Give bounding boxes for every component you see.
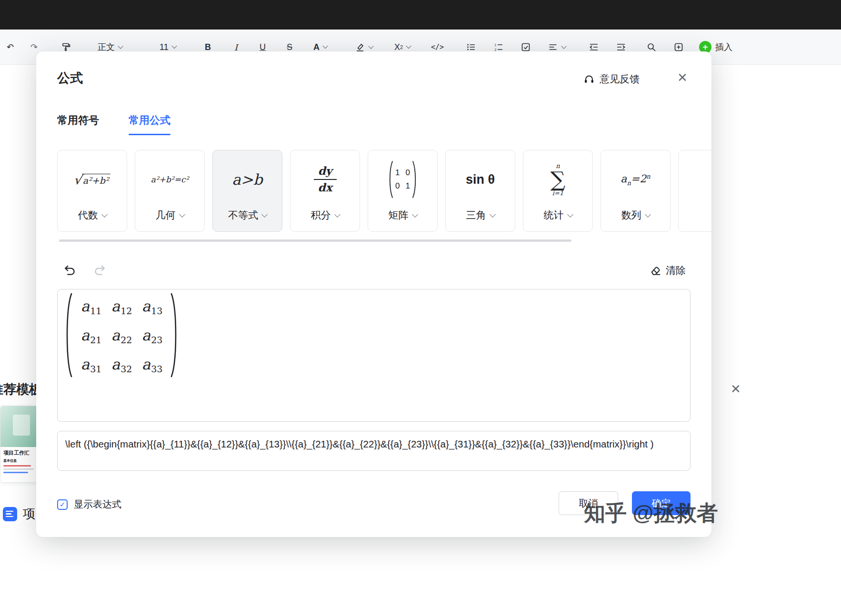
chevron-down-icon [412, 211, 418, 218]
redo-icon[interactable]: ↷ [30, 42, 38, 52]
matrix-cell: a22 [106, 321, 137, 350]
outdent-icon[interactable] [589, 42, 599, 52]
format-painter-icon[interactable] [61, 42, 71, 52]
formula-canvas[interactable]: a11 a12 a13 a21 a22 a23 a31 a32 a33 [57, 289, 691, 422]
recommended-templates-heading: 推荐模板 [0, 381, 42, 398]
indent-icon[interactable] [616, 42, 626, 52]
check-icon: ✓ [60, 500, 66, 509]
matrix-preview: a11 a12 a13 a21 a22 a23 a31 a32 a33 [62, 291, 180, 379]
matrix-cell: a31 [76, 350, 106, 379]
svg-text:2: 2 [495, 48, 497, 51]
latex-expression-input[interactable]: \left ({\begin{matrix}{{a}_{11}}&{{a}_{1… [57, 431, 691, 471]
template-text-bar [3, 472, 28, 473]
template-text-bar [3, 465, 31, 467]
matrix-cell: a13 [137, 292, 167, 321]
show-expression-label[interactable]: 显示表达式 [74, 498, 121, 511]
chevron-down-icon [101, 211, 108, 218]
template-thumbnail [0, 406, 41, 447]
show-expression-row: ✓ 显示表达式 [57, 498, 121, 511]
formula-preview: n∑i=1 [523, 150, 592, 209]
formula-preview: √a²+b² [58, 150, 127, 209]
formula-preview: dydx [290, 150, 360, 209]
formula-card-trigonometry[interactable]: sin θ 三角 [445, 150, 515, 232]
template-text-bar [3, 468, 34, 470]
formula-card-calculus[interactable]: dydx 积分 [290, 150, 360, 232]
task-list-icon[interactable] [521, 42, 531, 52]
italic-button[interactable]: I [234, 42, 238, 52]
matrix-cell: a21 [76, 321, 106, 350]
dialog-title: 公式 [57, 70, 83, 87]
formula-category-cards: √a²+b² 代数 a²+b²=c² 几何 a>b 不等式 dydx 积分 10 [57, 150, 711, 233]
bullet-list-icon[interactable] [466, 42, 476, 52]
search-icon[interactable] [646, 42, 657, 52]
chevron-down-icon [645, 211, 651, 218]
left-paren-icon [62, 291, 74, 379]
watermark: 知乎 @拯救者 [584, 499, 718, 527]
chevron-down-icon [261, 211, 268, 218]
chevron-down-icon [171, 43, 177, 49]
left-paren-icon [387, 159, 394, 199]
chevron-down-icon [368, 43, 373, 49]
formula-preview: an=2n [601, 150, 670, 209]
formula-preview: sin θ [446, 150, 515, 209]
cards-scrollbar[interactable] [59, 239, 571, 242]
eraser-icon [650, 265, 661, 277]
close-icon[interactable]: ✕ [675, 70, 690, 86]
svg-text:1: 1 [495, 43, 497, 46]
formula-preview: a²+b²=c² [135, 150, 204, 209]
right-paren-icon [169, 291, 180, 379]
templates-close-icon[interactable]: ✕ [731, 382, 741, 397]
matrix-cell: a23 [137, 321, 167, 350]
underline-button[interactable]: U [260, 42, 266, 52]
template-section-label: 基本信息 [3, 458, 39, 463]
template-card[interactable]: 项目工作汇 基本信息 [0, 406, 42, 483]
document-icon [3, 507, 17, 521]
alignment-dropdown[interactable] [548, 42, 566, 52]
inline-code-button[interactable]: </> [431, 43, 444, 51]
matrix-cell: a32 [106, 350, 137, 379]
chevron-down-icon [561, 43, 566, 49]
matrix-cell: a11 [76, 292, 106, 321]
matrix-cell: a12 [106, 292, 137, 321]
clear-button[interactable]: 清除 [650, 264, 686, 277]
chevron-down-icon [322, 43, 328, 49]
window-titlebar [0, 0, 841, 30]
paragraph-style-dropdown[interactable]: 正文 [98, 41, 122, 53]
highlight-dropdown[interactable] [355, 42, 373, 52]
formula-dialog: 公式 意见反馈 ✕ 常用符号 常用公式 √a²+b² 代数 a²+b²=c² 几… [36, 51, 711, 537]
dialog-tabs: 常用符号 常用公式 [57, 113, 170, 135]
feedback-button[interactable]: 意见反馈 [583, 72, 640, 86]
formula-card-partial[interactable] [678, 150, 711, 232]
matrix-cell: a33 [137, 350, 167, 379]
chevron-down-icon [334, 211, 340, 218]
formula-preview: a>b [213, 150, 282, 209]
right-paren-icon [411, 159, 418, 199]
formula-card-geometry[interactable]: a²+b²=c² 几何 [135, 150, 205, 232]
editor-redo-button[interactable] [90, 262, 109, 281]
show-expression-checkbox[interactable]: ✓ [57, 499, 68, 510]
formula-card-statistics[interactable]: n∑i=1 统计 [523, 150, 593, 232]
strikethrough-button[interactable]: S [287, 42, 292, 52]
chevron-down-icon [567, 211, 573, 218]
formula-card-sequence[interactable]: an=2n 数列 [601, 150, 671, 232]
chevron-down-icon [490, 211, 496, 218]
tab-common-symbols[interactable]: 常用符号 [57, 113, 99, 135]
headset-icon [583, 73, 595, 85]
chevron-down-icon [118, 43, 123, 49]
template-title: 项目工作汇 [3, 449, 39, 457]
add-block-icon[interactable] [673, 42, 684, 52]
font-color-dropdown[interactable]: A [313, 42, 327, 52]
undo-icon[interactable]: ↶ [7, 42, 14, 52]
font-size-dropdown[interactable]: 11 [160, 42, 176, 52]
formula-card-matrix[interactable]: 10 01 矩阵 [368, 150, 438, 232]
tab-common-formulas[interactable]: 常用公式 [129, 113, 170, 135]
formula-preview: 10 01 [368, 150, 437, 209]
formula-card-algebra[interactable]: √a²+b² 代数 [57, 150, 127, 232]
editor-undo-button[interactable] [61, 262, 79, 281]
chevron-down-icon [406, 43, 411, 49]
chevron-down-icon [179, 211, 185, 218]
formula-card-inequality[interactable]: a>b 不等式 [212, 150, 282, 232]
superscript-dropdown[interactable]: X2 [394, 42, 410, 52]
bold-button[interactable]: B [205, 42, 211, 52]
numbered-list-icon[interactable]: 12 [493, 42, 504, 52]
